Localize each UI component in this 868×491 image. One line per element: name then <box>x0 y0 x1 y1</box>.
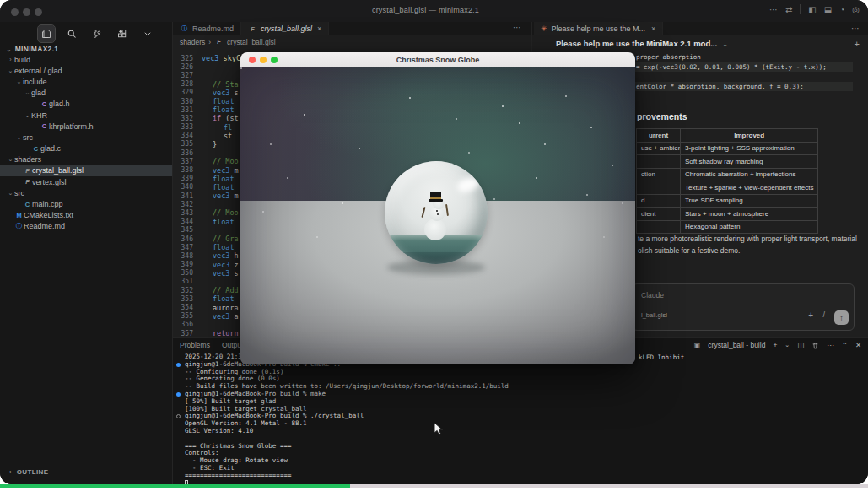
command-status-icon <box>176 392 181 397</box>
kill-terminal-icon[interactable] <box>811 342 819 349</box>
terminal-title[interactable]: crystal_ball - build <box>708 341 765 349</box>
tree-item-label: Readme.md <box>24 222 65 230</box>
cpp-file-icon: C <box>23 201 32 208</box>
terminal-icon: ▣ <box>694 342 701 349</box>
close-panel-icon[interactable]: ✕ <box>855 341 861 349</box>
tree-item-label: khrplatform.h <box>49 122 94 131</box>
c-purple-file-icon: C <box>40 122 49 130</box>
customize-layout-icon[interactable]: ◎ <box>852 5 860 14</box>
tree-item-label: build <box>14 56 30 64</box>
tree-item-glad-c[interactable]: Cglad.c <box>0 143 172 154</box>
tree-item-src[interactable]: ⌄src <box>0 132 172 143</box>
close-icon[interactable]: × <box>651 24 655 33</box>
chat-tab[interactable]: ✳ Please help me use the M... × <box>534 22 663 35</box>
tree-item-shaders[interactable]: ⌄shaders <box>0 154 172 165</box>
chevron-down-icon: ⌄ <box>7 156 14 163</box>
search-icon[interactable] <box>63 25 80 42</box>
tree-item-label: src <box>14 189 24 197</box>
tree-item-crystal-ball-glsl[interactable]: Fcrystal_ball.glsl <box>0 165 172 176</box>
tree-item-cmakelists-txt[interactable]: MCMakeLists.txt <box>0 210 172 221</box>
breadcrumb-folder[interactable]: shaders <box>180 38 205 46</box>
tree-item-src[interactable]: ⌄src <box>0 187 172 198</box>
table-cell <box>637 155 681 169</box>
macos-screen: crystal_ball.glsl — minimax2.1 ⋯ ⇄ ◧ ⬓ ◔… <box>0 0 868 484</box>
code-text: // Moo <box>202 157 239 165</box>
shader-file-icon: F <box>214 38 224 46</box>
line-number: 345 <box>173 226 193 234</box>
chat-input-box[interactable]: Claude l_ball.glsl + / ↑ <box>632 283 855 331</box>
opengl-render-scene[interactable] <box>240 67 635 364</box>
line-number: 340 <box>173 183 193 191</box>
snow-globe-titlebar[interactable]: Christmas Snow Globe <box>240 52 635 67</box>
mouse-cursor-icon <box>434 422 444 436</box>
breadcrumb[interactable]: shaders › F crystal_ball.glsl <box>180 36 276 47</box>
tree-item-include[interactable]: ⌄include <box>0 76 172 87</box>
toggle-secondary-sidebar-icon[interactable]: ◔ <box>839 5 844 14</box>
line-number: 336 <box>173 149 193 157</box>
project-root[interactable]: ⌄ MINIMAX2.1 <box>5 45 58 53</box>
line-number: 343 <box>173 209 193 217</box>
table-cell <box>637 220 681 234</box>
line-number: 357 <box>173 330 193 337</box>
tree-item-glad[interactable]: ⌄glad <box>0 88 172 99</box>
slash-command-button[interactable]: / <box>822 310 825 319</box>
source-control-icon[interactable] <box>89 25 105 42</box>
tree-item-label: shaders <box>14 155 41 164</box>
improvements-table: urrentImproveduse + ambient3-point light… <box>636 128 818 234</box>
tree-item-readme-md[interactable]: ⓘReadme.md <box>0 221 172 232</box>
m-file-icon: M <box>14 212 24 219</box>
code-text: return <box>202 329 239 337</box>
chat-thread-title-text: Please help me use the MiniMax 2.1 mod..… <box>556 39 717 48</box>
tree-item-glad-h[interactable]: Cglad.h <box>0 99 172 110</box>
toggle-sidebar-icon[interactable]: ◧ <box>808 5 816 14</box>
table-row: dientStars + moon + atmosphere <box>637 208 818 221</box>
tree-item-vertex-glsl[interactable]: Fvertex.glsl <box>0 176 172 187</box>
table-row: Texture + sparkle + view-dependent effec… <box>637 181 818 195</box>
attachment-chip[interactable]: l_ball.glsl <box>641 311 667 319</box>
more-actions-icon[interactable]: ⋯ <box>769 5 778 14</box>
attach-button[interactable]: + <box>808 310 813 320</box>
tree-item-main-cpp[interactable]: Cmain.cpp <box>0 198 172 209</box>
new-terminal-icon[interactable]: + <box>773 341 777 349</box>
terminal-output[interactable]: 2025-12-20 21:37:qingjun@1-6deMacBook-Pr… <box>176 353 509 484</box>
code-text: vec3 m <box>202 192 239 200</box>
line-number: 352 <box>173 287 193 294</box>
tree-item-khrplatform-h[interactable]: Ckhrplatform.h <box>0 121 172 132</box>
tree-item-external-glad[interactable]: ⌄external / glad <box>0 65 172 76</box>
snow-globe-window[interactable]: Christmas Snow Globe <box>240 52 635 364</box>
send-button[interactable]: ↑ <box>834 310 849 325</box>
code-text: // Sta <box>202 80 239 89</box>
info-icon: ⓘ <box>180 24 189 33</box>
chat-thread-title[interactable]: Please help me use the MiniMax 2.1 mod..… <box>556 39 728 48</box>
explorer-icon[interactable] <box>38 25 55 42</box>
divider <box>800 4 801 14</box>
line-number: 344 <box>173 218 193 225</box>
tab-problems[interactable]: Problems <box>180 341 210 349</box>
line-number: 353 <box>173 295 193 303</box>
chevron-down-icon[interactable]: ⌄ <box>784 342 790 348</box>
chat-more-actions-icon[interactable]: ⋯ <box>851 24 860 33</box>
code-text: float <box>202 183 235 192</box>
outline-section[interactable]: › OUTLINE <box>7 468 49 476</box>
editor-more-actions-icon[interactable]: ⋯ <box>513 23 521 32</box>
tab-crystal-ball[interactable]: F crystal_ball.glsl × <box>241 22 329 35</box>
extensions-icon[interactable] <box>114 25 131 42</box>
chevron-down-icon[interactable] <box>139 25 156 42</box>
tree-item-khr[interactable]: ⌄KHR <box>0 110 172 121</box>
table-cell: d <box>637 194 681 208</box>
close-icon[interactable]: × <box>317 24 321 33</box>
maximize-panel-icon[interactable]: ⌃ <box>842 341 848 349</box>
command-status-icon <box>176 363 181 367</box>
layout-toggle-icon[interactable]: ⇄ <box>785 5 792 14</box>
toggle-panel-icon[interactable]: ⬓ <box>824 5 832 14</box>
table-row: ctionChromatic aberration + imperfection… <box>637 168 818 181</box>
line-number: 347 <box>173 244 193 251</box>
more-actions-icon[interactable]: ⋯ <box>827 341 834 349</box>
tree-item-build[interactable]: ›build <box>0 54 172 65</box>
tab-readme[interactable]: ⓘ Readme.md <box>173 22 241 35</box>
tree-item-label: vertex.glsl <box>32 178 67 186</box>
split-terminal-icon[interactable]: ◫ <box>797 341 804 349</box>
new-chat-button[interactable]: + <box>855 39 860 49</box>
video-scrub-bar[interactable] <box>0 484 868 488</box>
breadcrumb-file[interactable]: crystal_ball.glsl <box>227 38 276 46</box>
